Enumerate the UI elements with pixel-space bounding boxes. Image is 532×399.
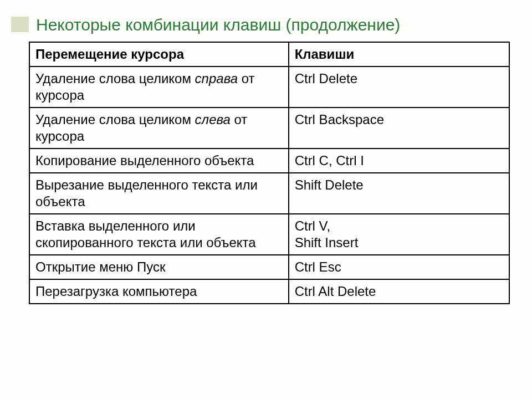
cell-keys: Shift Delete: [289, 173, 509, 214]
table-row: Вставка выделенного или скопированного т…: [29, 214, 509, 255]
cell-description: Перезагрузка компьютера: [29, 279, 289, 304]
table-row: Удаление слова целиком справа от курсора…: [29, 66, 509, 108]
table-row: Копирование выделенного объектаCtrl C, C…: [29, 149, 509, 173]
cell-keys: Ctrl Alt Delete: [289, 279, 509, 304]
table-row: Удаление слова целиком слева от курсораC…: [29, 108, 509, 149]
cell-description: Удаление слова целиком слева от курсора: [29, 108, 289, 149]
table-row: Перезагрузка компьютераCtrl Alt Delete: [29, 279, 509, 304]
slide-title: Некоторые комбинации клавиш (продолжение…: [36, 16, 400, 34]
cell-keys: Ctrl Backspace: [289, 108, 509, 149]
cell-description: Удаление слова целиком справа от курсора: [29, 66, 289, 108]
table-row: Вырезание выделенного текста или объекта…: [29, 173, 509, 214]
accent-bar: [11, 17, 29, 32]
shortcuts-table: Перемещение курсора Клавиши Удаление сло…: [29, 42, 510, 304]
header-keys: Клавиши: [289, 42, 509, 66]
cell-keys: Ctrl Delete: [289, 66, 509, 108]
cell-keys: Ctrl C, Ctrl I: [289, 149, 509, 173]
header-action: Перемещение курсора: [29, 42, 289, 66]
cell-description: Открытие меню Пуск: [29, 255, 289, 279]
cell-keys: Ctrl V,Shift Insert: [289, 214, 509, 255]
table-header-row: Перемещение курсора Клавиши: [29, 42, 509, 66]
cell-description: Вставка выделенного или скопированного т…: [29, 214, 289, 255]
cell-keys: Ctrl Esc: [289, 255, 509, 279]
table-row: Открытие меню ПускCtrl Esc: [29, 255, 509, 279]
cell-description: Вырезание выделенного текста или объекта: [29, 173, 289, 214]
cell-description: Копирование выделенного объекта: [29, 149, 289, 173]
